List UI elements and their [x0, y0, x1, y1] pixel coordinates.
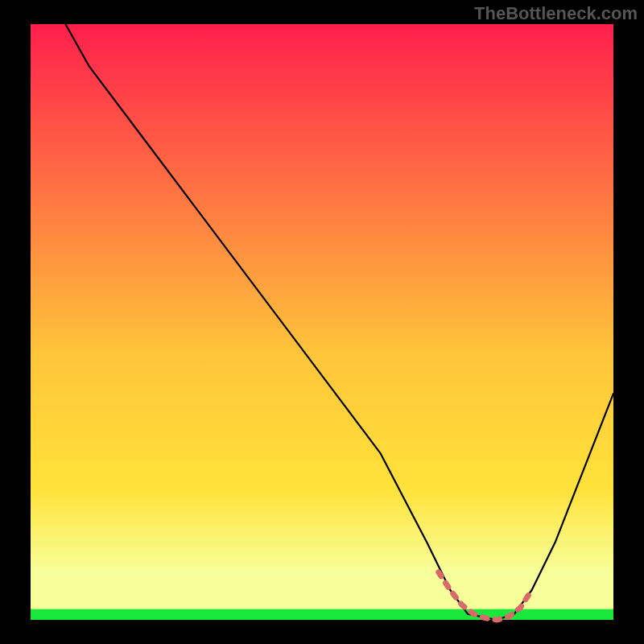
plot-base-strip: [31, 609, 613, 620]
plot-background: [31, 24, 613, 620]
chart-frame: TheBottleneck.com: [0, 0, 644, 644]
bottleneck-chart: [0, 0, 644, 644]
watermark-text: TheBottleneck.com: [474, 3, 638, 24]
